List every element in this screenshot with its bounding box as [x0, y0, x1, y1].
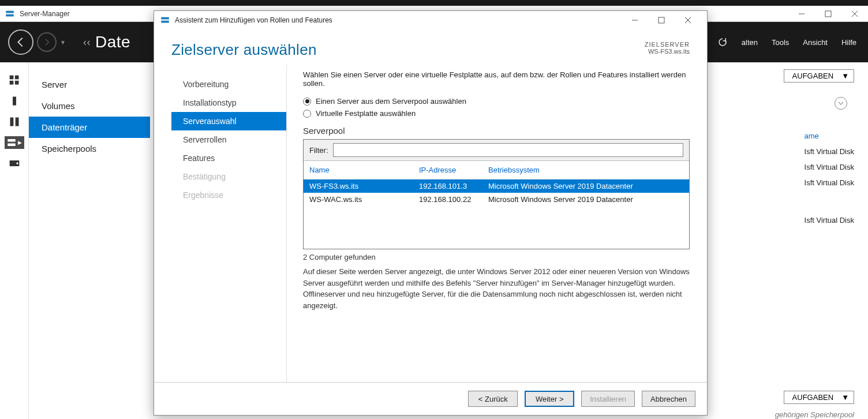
- dashboard-icon[interactable]: [8, 74, 21, 87]
- tasks-dropdown[interactable]: AUFGABEN▼: [784, 69, 854, 83]
- file-services-icon[interactable]: ▶: [5, 136, 24, 149]
- svg-rect-11: [10, 118, 13, 126]
- nav-forward-button[interactable]: [37, 32, 57, 52]
- wizard-titlebar: Assistent zum Hinzufügen von Rollen und …: [154, 11, 707, 29]
- subnav-item-volumes[interactable]: Volumes: [29, 95, 150, 117]
- cell-name: WS-WAC.ws.its: [309, 195, 419, 204]
- svg-rect-17: [161, 17, 169, 20]
- svg-rect-10: [13, 97, 16, 106]
- wizard-icon: [160, 15, 170, 25]
- step-serverauswahl[interactable]: Serverauswahl: [171, 112, 286, 130]
- serverpool-box: Filter: Name IP-Adresse Betriebssystem W…: [303, 139, 690, 249]
- tasks-label: AUFGABEN: [792, 393, 834, 402]
- grid-header: Name IP-Adresse Betriebssystem: [304, 161, 689, 179]
- cell-name: WS-FS3.ws.its: [309, 182, 419, 190]
- chevron-right-icon: ▶: [18, 140, 22, 145]
- tasks-dropdown[interactable]: AUFGABEN▼: [784, 391, 854, 404]
- radio-vhd[interactable]: Virtuelle Festplatte auswählen: [303, 109, 690, 118]
- wizard-close-button[interactable]: [675, 12, 701, 29]
- wizard-dialog: Assistent zum Hinzufügen von Rollen und …: [154, 10, 708, 416]
- cell-ip: 192.168.101.3: [419, 182, 488, 190]
- cell-os: Microsoft Windows Server 2019 Datacenter: [488, 195, 683, 204]
- radio-label: Einen Server aus dem Serverpool auswähle…: [316, 97, 466, 106]
- install-button: Installieren: [581, 391, 635, 407]
- col-os[interactable]: Betriebssystem: [488, 166, 683, 174]
- wizard-heading: Zielserver auswählen: [171, 41, 317, 59]
- server-row[interactable]: WS-FS3.ws.its 192.168.101.3 Microsoft Wi…: [304, 179, 689, 193]
- radio-server-pool[interactable]: Einen Server aus dem Serverpool auswähle…: [303, 97, 690, 106]
- background-table: ame Isft Virtual Disk Isft Virtual Disk …: [805, 132, 854, 231]
- back-button[interactable]: < Zurück: [468, 391, 518, 407]
- filter-input[interactable]: [333, 143, 684, 157]
- svg-rect-12: [15, 118, 18, 126]
- col-name[interactable]: Name: [309, 166, 419, 174]
- menu-item[interactable]: Hilfe: [841, 38, 856, 47]
- radio-icon: [303, 98, 311, 106]
- tasks-label: AUFGABEN: [792, 72, 834, 80]
- svg-rect-14: [8, 144, 16, 147]
- svg-rect-8: [9, 81, 13, 85]
- cell-os: Microsoft Windows Server 2019 Datacenter: [488, 182, 683, 190]
- bg-column-header: ame: [805, 132, 854, 140]
- wizard-footer: < Zurück Weiter > Installieren Abbrechen: [154, 383, 707, 415]
- table-row[interactable]: Isft Virtual Disk: [805, 147, 854, 156]
- minimize-button[interactable]: [788, 6, 815, 22]
- menu-item[interactable]: Tools: [772, 38, 789, 47]
- refresh-icon[interactable]: [717, 37, 728, 47]
- step-ergebnisse: Ergebnisse: [171, 186, 286, 204]
- wizard-maximize-button[interactable]: [648, 12, 675, 29]
- breadcrumb-chevrons-icon: ‹‹: [83, 36, 91, 48]
- svg-rect-18: [161, 21, 169, 23]
- step-serverrollen[interactable]: Serverrollen: [171, 130, 286, 149]
- table-row[interactable]: Isft Virtual Disk: [805, 178, 854, 187]
- step-features[interactable]: Features: [171, 149, 286, 167]
- menu-item[interactable]: Ansicht: [803, 38, 828, 47]
- server-manager-icon: [5, 9, 15, 19]
- intro-text: Wählen Sie einen Server oder eine virtue…: [303, 70, 690, 88]
- wizard-minimize-button[interactable]: [622, 12, 648, 29]
- local-server-icon[interactable]: [8, 95, 21, 107]
- radio-label: Virtuelle Festplatte auswählen: [316, 109, 416, 118]
- svg-rect-3: [825, 11, 831, 17]
- svg-rect-9: [14, 81, 18, 85]
- sidebar: ▶: [0, 62, 29, 419]
- svg-point-16: [16, 162, 18, 164]
- serverpool-label: Serverpool: [303, 126, 690, 136]
- subnav-item-server[interactable]: Server: [29, 74, 150, 95]
- wizard-steps: Vorbereitung Installationstyp Serverausw…: [171, 65, 287, 382]
- chevron-down-icon: ▼: [841, 393, 849, 402]
- server-row[interactable]: WS-WAC.ws.its 192.168.100.22 Microsoft W…: [304, 193, 689, 206]
- menu-item[interactable]: alten: [742, 38, 758, 47]
- nav-history-caret[interactable]: ▼: [60, 39, 66, 46]
- svg-rect-6: [9, 76, 13, 80]
- next-button[interactable]: Weiter >: [525, 391, 574, 407]
- expand-toggle[interactable]: [835, 97, 847, 110]
- target-label: ZIELSERVER: [645, 41, 690, 48]
- storage-icon[interactable]: [8, 157, 21, 170]
- close-button[interactable]: [841, 6, 868, 22]
- subnav-item-disks[interactable]: Datenträger: [29, 117, 150, 138]
- svg-rect-20: [659, 17, 664, 23]
- wizard-content: Wählen Sie einen Server oder eine virtue…: [286, 65, 690, 382]
- svg-rect-0: [6, 10, 14, 13]
- nav-back-button[interactable]: [8, 29, 33, 55]
- table-row[interactable]: Isft Virtual Disk: [805, 163, 854, 171]
- filter-label: Filter:: [309, 146, 328, 155]
- cancel-button[interactable]: Abbrechen: [642, 391, 695, 407]
- step-bestaetigung: Bestätigung: [171, 167, 286, 186]
- svg-rect-13: [8, 139, 16, 142]
- wizard-title: Assistent zum Hinzufügen von Rollen und …: [175, 16, 332, 24]
- table-row[interactable]: Isft Virtual Disk: [805, 216, 854, 225]
- step-vorbereitung[interactable]: Vorbereitung: [171, 75, 286, 93]
- svg-rect-7: [14, 76, 18, 80]
- maximize-button[interactable]: [815, 6, 841, 22]
- col-ip[interactable]: IP-Adresse: [419, 166, 488, 174]
- radio-icon: [303, 110, 311, 118]
- all-servers-icon[interactable]: [8, 115, 21, 128]
- subnav-item-pools[interactable]: Speicherpools: [29, 138, 150, 159]
- note-text: Auf dieser Seite werden Server angezeigt…: [303, 266, 690, 311]
- sub-navigation: Server Volumes Datenträger Speicherpools: [29, 62, 150, 419]
- chevron-down-icon: ▼: [841, 72, 849, 80]
- breadcrumb-text: Date: [95, 33, 130, 51]
- step-installationstyp[interactable]: Installationstyp: [171, 93, 286, 112]
